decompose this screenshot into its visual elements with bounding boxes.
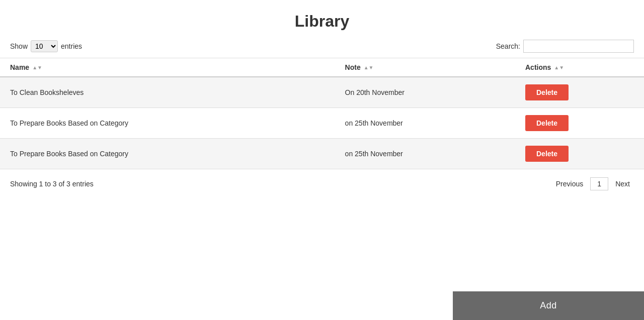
cell-note: on 25th November xyxy=(335,139,515,169)
cell-actions: Delete xyxy=(515,108,644,139)
delete-button[interactable]: Delete xyxy=(525,115,569,131)
controls-row: Show 10 25 50 100 entries Search: xyxy=(0,40,644,58)
column-header-actions[interactable]: Actions ▲▼ xyxy=(515,58,644,77)
cell-actions: Delete xyxy=(515,77,644,108)
show-entries: Show 10 25 50 100 entries xyxy=(10,40,82,52)
add-button[interactable]: Add xyxy=(453,291,644,320)
search-input[interactable] xyxy=(523,40,634,53)
library-table: Name ▲▼ Note ▲▼ Actions ▲▼ To Clean Book… xyxy=(0,58,644,169)
previous-button[interactable]: Previous xyxy=(552,178,587,190)
current-page: 1 xyxy=(590,177,608,190)
page-title: Library xyxy=(0,0,644,40)
cell-name: To Clean Booksheleves xyxy=(0,77,335,108)
table-row: To Prepare Books Based on Categoryon 25t… xyxy=(0,108,644,139)
search-area: Search: xyxy=(496,40,634,53)
table-row: To Prepare Books Based on Categoryon 25t… xyxy=(0,139,644,169)
sort-icon-note: ▲▼ xyxy=(364,65,374,70)
cell-actions: Delete xyxy=(515,139,644,169)
sort-icon-actions: ▲▼ xyxy=(554,65,564,70)
table-header-row: Name ▲▼ Note ▲▼ Actions ▲▼ xyxy=(0,58,644,77)
next-button[interactable]: Next xyxy=(611,178,634,190)
delete-button[interactable]: Delete xyxy=(525,146,569,162)
cell-note: On 20th November xyxy=(335,77,515,108)
table-row: To Clean BookshelevesOn 20th NovemberDel… xyxy=(0,77,644,108)
add-button-container: Add xyxy=(453,291,644,320)
delete-button[interactable]: Delete xyxy=(525,84,569,100)
sort-icon-name: ▲▼ xyxy=(32,65,42,70)
show-label: Show xyxy=(10,42,28,50)
entries-label: entries xyxy=(61,42,82,50)
cell-name: To Prepare Books Based on Category xyxy=(0,139,335,169)
cell-name: To Prepare Books Based on Category xyxy=(0,108,335,139)
search-label: Search: xyxy=(496,42,520,50)
pagination-controls: Previous 1 Next xyxy=(552,177,634,190)
column-header-name[interactable]: Name ▲▼ xyxy=(0,58,335,77)
pagination-row: Showing 1 to 3 of 3 entries Previous 1 N… xyxy=(0,169,644,190)
pagination-info: Showing 1 to 3 of 3 entries xyxy=(10,180,94,188)
cell-note: on 25th November xyxy=(335,108,515,139)
column-header-note[interactable]: Note ▲▼ xyxy=(335,58,515,77)
entries-select[interactable]: 10 25 50 100 xyxy=(31,40,58,52)
